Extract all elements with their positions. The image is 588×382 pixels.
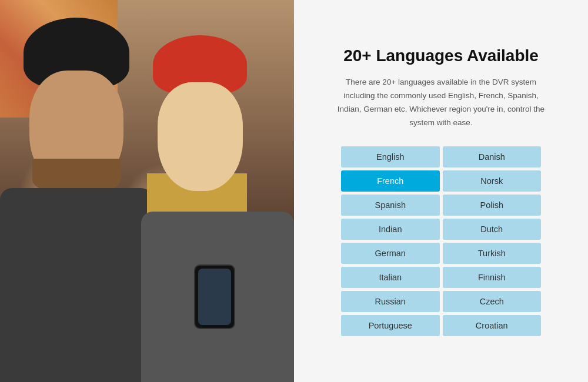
language-item-german[interactable]: German	[341, 243, 440, 264]
language-item-portuguese[interactable]: Portuguese	[341, 315, 440, 336]
language-item-croatian[interactable]: Croatian	[443, 315, 542, 336]
language-item-czech[interactable]: Czech	[443, 291, 542, 312]
page-container: 20+ Languages Available There are 20+ la…	[0, 0, 588, 382]
language-item-italian[interactable]: Italian	[341, 267, 440, 288]
right-content: 20+ Languages Available There are 20+ la…	[294, 0, 588, 382]
language-item-dutch[interactable]: Dutch	[443, 219, 542, 240]
language-item-polish[interactable]: Polish	[443, 195, 542, 216]
language-item-turkish[interactable]: Turkish	[443, 243, 542, 264]
language-item-finnish[interactable]: Finnish	[443, 267, 542, 288]
language-item-indian[interactable]: Indian	[341, 219, 440, 240]
language-item-russian[interactable]: Russian	[341, 291, 440, 312]
hero-photo	[0, 0, 294, 382]
language-item-french[interactable]: French	[341, 170, 440, 192]
language-item-spanish[interactable]: Spanish	[341, 195, 440, 216]
phone-screen	[198, 269, 231, 325]
section-description: There are 20+ languages available in the…	[335, 76, 547, 130]
photo-background	[0, 0, 294, 382]
languages-grid: English Danish French Norsk Spanish Poli…	[341, 146, 541, 336]
language-item-norsk[interactable]: Norsk	[443, 170, 542, 192]
man-body	[0, 188, 153, 382]
language-item-danish[interactable]: Danish	[443, 146, 542, 167]
woman-face	[158, 82, 243, 191]
section-title: 20+ Languages Available	[343, 46, 539, 66]
phone	[194, 264, 235, 329]
language-item-english[interactable]: English	[341, 146, 440, 167]
